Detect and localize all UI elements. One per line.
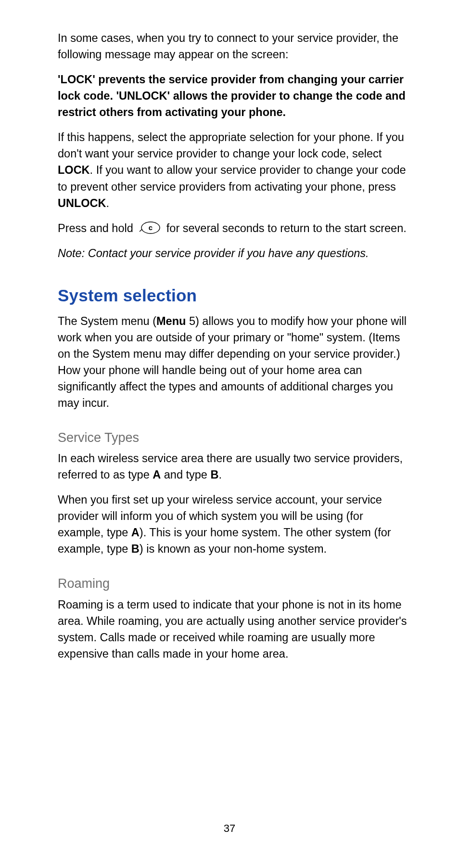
text-fragment: ) is known as your non-home system. [140,543,327,555]
page-number: 37 [0,821,459,836]
text-lock: LOCK [58,164,90,176]
text-fragment: In each wireless service area there are … [58,452,403,481]
heading-roaming: Roaming [58,574,408,593]
text-fragment: . [106,197,110,209]
text-fragment: for several seconds to return to the sta… [163,222,407,234]
text-fragment: The System menu ( [58,315,156,327]
clear-key-icon: c [139,221,160,234]
document-page: In some cases, when you try to connect t… [0,0,459,868]
text-type-a: A [131,526,140,539]
heading-service-types: Service Types [58,428,408,447]
text-fragment: 5) allows you to modify how your phone w… [58,315,407,409]
text-type-a: A [153,468,161,481]
paragraph-lock-unlock-message: 'LOCK' prevents the service provider fro… [58,71,408,120]
svg-text:c: c [149,223,153,232]
text-fragment: . [218,468,222,481]
paragraph-note: Note: Contact your service provider if y… [58,245,408,261]
text-fragment: If this happens, select the appropriate … [58,131,404,160]
paragraph-intro: In some cases, when you try to connect t… [58,30,408,63]
paragraph-roaming: Roaming is a term used to indicate that … [58,596,408,662]
text-fragment: and type [161,468,210,481]
paragraph-service-types: In each wireless service area there are … [58,450,408,483]
heading-system-selection: System selection [58,284,408,308]
text-fragment: . If you want to allow your service prov… [58,164,406,193]
text-fragment: Press and hold [58,222,136,234]
paragraph-home-system: When you first set up your wireless serv… [58,492,408,557]
text-type-b: B [131,543,140,555]
text-unlock: UNLOCK [58,197,106,209]
text-type-b: B [210,468,218,481]
text-menu: Menu [156,315,186,327]
paragraph-lock-unlock-instructions: If this happens, select the appropriate … [58,129,408,211]
paragraph-system-menu: The System menu (Menu 5) allows you to m… [58,313,408,411]
paragraph-press-hold: Press and hold c for several seconds to … [58,220,408,236]
